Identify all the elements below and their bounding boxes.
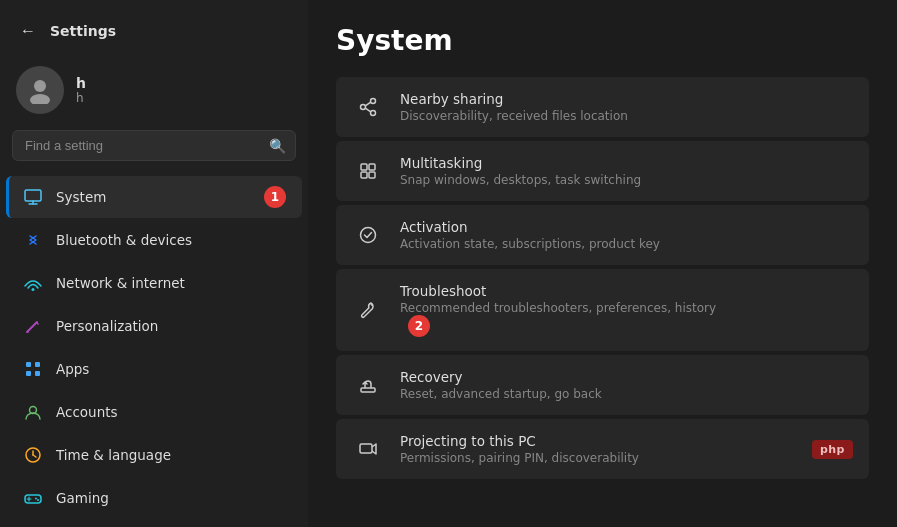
nearby-sharing-label: Nearby sharing (400, 91, 853, 107)
troubleshoot-label: Troubleshoot (400, 283, 853, 299)
sidebar-item-time[interactable]: Time & language (6, 434, 302, 476)
svg-point-5 (32, 288, 35, 291)
activation-description: Activation state, subscriptions, product… (400, 237, 853, 251)
sidebar-item-label-system: System (56, 189, 106, 205)
multitasking-text: MultitaskingSnap windows, desktops, task… (400, 155, 853, 187)
sidebar-item-label-bluetooth: Bluetooth & devices (56, 232, 192, 248)
svg-rect-8 (35, 362, 40, 367)
svg-point-19 (37, 499, 39, 501)
sidebar-item-personalization[interactable]: Personalization (6, 305, 302, 347)
projecting-description: Permissions, pairing PIN, discoverabilit… (400, 451, 796, 465)
svg-rect-10 (35, 371, 40, 376)
svg-rect-32 (360, 444, 372, 453)
svg-point-1 (30, 94, 50, 104)
page-title: System (336, 24, 869, 57)
php-badge-container: php (812, 440, 853, 459)
network-icon (22, 272, 44, 294)
settings-list: Nearby sharingDiscoverability, received … (336, 77, 869, 479)
troubleshoot-description: Recommended troubleshooters, preferences… (400, 301, 853, 315)
svg-point-20 (371, 99, 376, 104)
svg-rect-26 (369, 164, 375, 170)
sidebar-item-accounts[interactable]: Accounts (6, 391, 302, 433)
settings-item-projecting[interactable]: Projecting to this PCPermissions, pairin… (336, 419, 869, 479)
nav-list: System1Bluetooth & devicesNetwork & inte… (0, 171, 308, 527)
sidebar-item-apps[interactable]: Apps (6, 348, 302, 390)
recovery-icon (352, 369, 384, 401)
recovery-label: Recovery (400, 369, 853, 385)
multitasking-icon (352, 155, 384, 187)
sidebar-item-label-apps: Apps (56, 361, 89, 377)
user-name: h (76, 75, 86, 91)
user-profile[interactable]: h h (0, 54, 308, 130)
avatar (16, 66, 64, 114)
svg-point-21 (371, 111, 376, 116)
svg-rect-31 (361, 388, 375, 392)
main-content: System Nearby sharingDiscoverability, re… (308, 0, 897, 527)
recovery-description: Reset, advanced startup, go back (400, 387, 853, 401)
svg-point-22 (361, 105, 366, 110)
sidebar-item-label-accounts: Accounts (56, 404, 118, 420)
activation-label: Activation (400, 219, 853, 235)
back-button[interactable]: ← (16, 18, 40, 44)
annotation-badge-2: 2 (408, 315, 430, 337)
search-input[interactable] (12, 130, 296, 161)
sidebar-item-label-personalization: Personalization (56, 318, 158, 334)
sidebar-item-label-network: Network & internet (56, 275, 185, 291)
svg-rect-7 (26, 362, 31, 367)
settings-title: Settings (50, 23, 116, 39)
projecting-icon (352, 433, 384, 465)
svg-point-0 (34, 80, 46, 92)
svg-line-24 (365, 102, 370, 106)
svg-point-18 (35, 498, 37, 500)
troubleshoot-text: TroubleshootRecommended troubleshooters,… (400, 283, 853, 337)
sidebar-item-bluetooth[interactable]: Bluetooth & devices (6, 219, 302, 261)
svg-rect-27 (361, 172, 367, 178)
settings-item-multitasking[interactable]: MultitaskingSnap windows, desktops, task… (336, 141, 869, 201)
activation-icon (352, 219, 384, 251)
search-box: 🔍 (12, 130, 296, 161)
sidebar-item-gaming[interactable]: Gaming (6, 477, 302, 519)
gaming-icon (22, 487, 44, 509)
svg-rect-2 (25, 190, 41, 201)
svg-rect-9 (26, 371, 31, 376)
recovery-text: RecoveryReset, advanced startup, go back (400, 369, 853, 401)
sidebar-item-label-time: Time & language (56, 447, 171, 463)
multitasking-label: Multitasking (400, 155, 853, 171)
user-info: h h (76, 75, 86, 105)
svg-point-30 (371, 304, 373, 306)
sidebar-header: ← Settings (0, 0, 308, 54)
system-icon (22, 186, 44, 208)
personalization-icon (22, 315, 44, 337)
bluetooth-icon (22, 229, 44, 251)
projecting-text: Projecting to this PCPermissions, pairin… (400, 433, 796, 465)
svg-line-6 (27, 322, 37, 332)
svg-rect-28 (369, 172, 375, 178)
user-email: h (76, 91, 86, 105)
settings-item-activation[interactable]: ActivationActivation state, subscription… (336, 205, 869, 265)
sidebar-item-label-gaming: Gaming (56, 490, 109, 506)
nearby-sharing-text: Nearby sharingDiscoverability, received … (400, 91, 853, 123)
settings-item-nearby-sharing[interactable]: Nearby sharingDiscoverability, received … (336, 77, 869, 137)
svg-line-14 (33, 455, 36, 457)
multitasking-description: Snap windows, desktops, task switching (400, 173, 853, 187)
php-badge: php (812, 440, 853, 459)
sidebar-item-system[interactable]: System1 (6, 176, 302, 218)
settings-item-recovery[interactable]: RecoveryReset, advanced startup, go back (336, 355, 869, 415)
time-icon (22, 444, 44, 466)
accounts-icon (22, 401, 44, 423)
svg-rect-25 (361, 164, 367, 170)
sidebar-item-network[interactable]: Network & internet (6, 262, 302, 304)
svg-point-29 (361, 228, 376, 243)
annotation-badge-1: 1 (264, 186, 286, 208)
apps-icon (22, 358, 44, 380)
svg-line-23 (365, 108, 370, 112)
nearby-sharing-icon (352, 91, 384, 123)
activation-text: ActivationActivation state, subscription… (400, 219, 853, 251)
settings-item-troubleshoot[interactable]: TroubleshootRecommended troubleshooters,… (336, 269, 869, 351)
nearby-sharing-description: Discoverability, received files location (400, 109, 853, 123)
sidebar: ← Settings h h 🔍 System1Bluetooth & devi… (0, 0, 308, 527)
troubleshoot-icon (352, 294, 384, 326)
projecting-label: Projecting to this PC (400, 433, 796, 449)
